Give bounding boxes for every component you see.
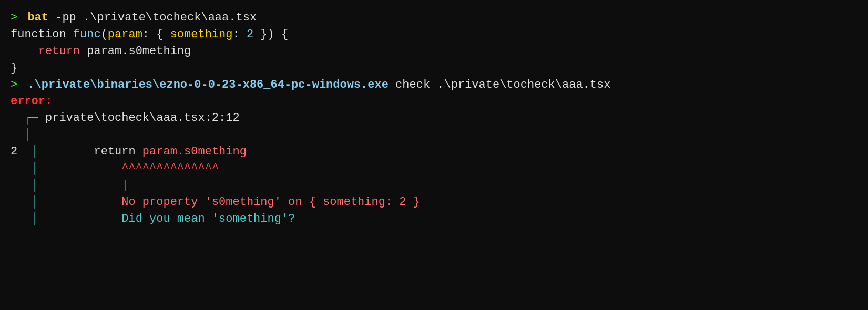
v-bar-4: │ — [11, 177, 38, 194]
bat-command-line: > bat -pp .\private\tocheck\aaa.tsx — [11, 9, 857, 26]
caret-indent — [38, 160, 121, 177]
v-bar-2: │ — [17, 143, 38, 160]
close-brace: } — [11, 60, 17, 77]
close-brace-params: }) { — [253, 26, 288, 43]
exe-command-line: > .\private\binaries\ezno-0-0-23-x86_64-… — [11, 77, 857, 94]
bat-cmd: bat — [27, 9, 48, 26]
space-2 — [21, 77, 27, 94]
something-key: something — [170, 26, 233, 43]
bat-flags: -pp — [48, 9, 83, 26]
prompt-1: > — [11, 9, 17, 26]
error-label: error: — [11, 93, 52, 110]
kw-return: return — [11, 43, 80, 60]
no-property-line: │ No property 's0mething' on { something… — [11, 194, 857, 211]
v-bar-5: │ — [11, 194, 38, 211]
kw-function: function — [11, 26, 73, 43]
corner-bracket: ┌─ — [11, 110, 38, 127]
v-bar-1: │ — [11, 127, 32, 143]
paren-open: ( — [101, 26, 108, 43]
error-pipe: | — [121, 177, 128, 194]
close-brace-line: } — [11, 60, 857, 77]
function-def-line: function func ( param : { something : 2 … — [11, 26, 857, 43]
error-label-line: error: — [11, 93, 857, 110]
prompt-2: > — [11, 77, 17, 94]
space-1 — [21, 9, 27, 26]
param-name: param — [108, 26, 142, 43]
file-ref-text: private\tocheck\aaa.tsx:2:12 — [38, 110, 240, 127]
msg-indent — [38, 194, 121, 211]
no-property-msg: No property 's0mething' on { something: … — [121, 194, 420, 211]
check-args: check .\private\tocheck\aaa.tsx — [389, 77, 610, 94]
bat-path: .\private\tocheck\aaa.tsx — [83, 9, 257, 26]
carets: ^^^^^^^^^^^^^^ — [121, 160, 219, 177]
colon-space: : { — [142, 26, 170, 43]
did-you-mean-line: │ Did you mean 'something'? — [11, 211, 857, 228]
line-num-2: 2 — [11, 143, 17, 160]
return-value: param.s0mething — [80, 43, 191, 60]
did-you-mean-msg: Did you mean 'something'? — [121, 211, 295, 228]
caret-line: │ ^^^^^^^^^^^^^^ — [11, 160, 857, 177]
v-bar-6: │ — [11, 211, 38, 228]
code-highlight-s0mething: param.s0mething — [142, 143, 247, 160]
terminal-window: > bat -pp .\private\tocheck\aaa.tsx func… — [11, 9, 857, 228]
code-line-2: 2 │ return param.s0mething — [11, 143, 857, 160]
v-bar-3: │ — [11, 160, 38, 177]
pipe-indent — [38, 177, 121, 194]
colon-2: : — [233, 26, 247, 43]
return-line: return param.s0mething — [11, 43, 857, 60]
empty-line-1: │ — [11, 127, 857, 143]
exe-path: .\private\binaries\ezno-0-0-23-x86_64-pc… — [27, 77, 389, 94]
code-indent: return — [38, 143, 142, 160]
func-name: func — [73, 26, 101, 43]
pipe-line: │ | — [11, 177, 857, 194]
value-2: 2 — [247, 26, 253, 43]
file-ref-line: ┌─ private\tocheck\aaa.tsx:2:12 — [11, 110, 857, 127]
dym-indent — [38, 211, 121, 228]
